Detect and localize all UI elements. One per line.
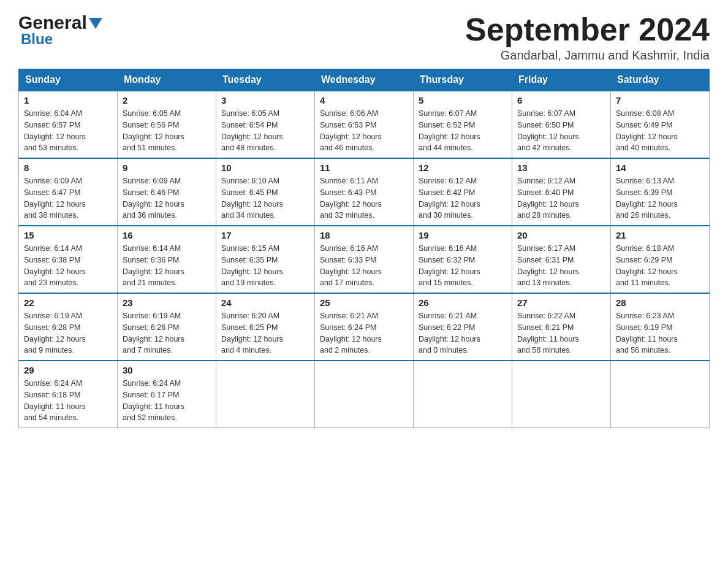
- day-number: 25: [320, 297, 408, 308]
- calendar-day-cell: 22Sunrise: 6:19 AMSunset: 6:28 PMDayligh…: [19, 293, 118, 361]
- day-number: 28: [616, 297, 704, 308]
- day-info: Sunrise: 6:21 AMSunset: 6:24 PMDaylight:…: [320, 310, 408, 356]
- day-number: 19: [419, 230, 507, 240]
- day-number: 20: [517, 230, 605, 240]
- day-info: Sunrise: 6:19 AMSunset: 6:28 PMDaylight:…: [24, 310, 112, 356]
- day-info: Sunrise: 6:09 AMSunset: 6:47 PMDaylight:…: [24, 175, 112, 221]
- calendar-day-cell: 2Sunrise: 6:05 AMSunset: 6:56 PMDaylight…: [118, 91, 216, 158]
- day-info: Sunrise: 6:16 AMSunset: 6:33 PMDaylight:…: [320, 243, 408, 289]
- month-title: September 2024: [465, 12, 710, 47]
- calendar-week-2: 8Sunrise: 6:09 AMSunset: 6:47 PMDaylight…: [19, 158, 710, 226]
- svg-marker-0: [89, 18, 102, 29]
- day-info: Sunrise: 6:24 AMSunset: 6:17 PMDaylight:…: [123, 378, 211, 424]
- calendar-day-cell: 26Sunrise: 6:21 AMSunset: 6:22 PMDayligh…: [414, 293, 512, 361]
- day-number: 18: [320, 230, 408, 240]
- weekday-header-saturday: Saturday: [611, 69, 710, 91]
- calendar-day-cell: 8Sunrise: 6:09 AMSunset: 6:47 PMDaylight…: [19, 158, 118, 226]
- day-number: 3: [221, 95, 309, 105]
- day-number: 23: [123, 297, 211, 308]
- title-section: September 2024 Gandarbal, Jammu and Kash…: [465, 12, 710, 63]
- day-info: Sunrise: 6:14 AMSunset: 6:38 PMDaylight:…: [24, 243, 112, 289]
- day-number: 17: [221, 230, 309, 240]
- calendar-day-cell: 25Sunrise: 6:21 AMSunset: 6:24 PMDayligh…: [315, 293, 414, 361]
- calendar-day-cell: 9Sunrise: 6:09 AMSunset: 6:46 PMDaylight…: [118, 158, 216, 226]
- calendar-day-cell: [611, 361, 710, 428]
- weekday-header-sunday: Sunday: [19, 69, 118, 91]
- day-info: Sunrise: 6:24 AMSunset: 6:18 PMDaylight:…: [24, 378, 112, 424]
- calendar-week-1: 1Sunrise: 6:04 AMSunset: 6:57 PMDaylight…: [19, 91, 710, 158]
- calendar-day-cell: [414, 361, 512, 428]
- calendar-day-cell: 20Sunrise: 6:17 AMSunset: 6:31 PMDayligh…: [512, 226, 611, 293]
- calendar-day-cell: 24Sunrise: 6:20 AMSunset: 6:25 PMDayligh…: [216, 293, 315, 361]
- day-info: Sunrise: 6:22 AMSunset: 6:21 PMDaylight:…: [517, 310, 605, 356]
- weekday-header-monday: Monday: [118, 69, 216, 91]
- calendar-day-cell: 4Sunrise: 6:06 AMSunset: 6:53 PMDaylight…: [315, 91, 414, 158]
- calendar-day-cell: 23Sunrise: 6:19 AMSunset: 6:26 PMDayligh…: [118, 293, 216, 361]
- day-number: 5: [419, 95, 507, 105]
- day-info: Sunrise: 6:09 AMSunset: 6:46 PMDaylight:…: [123, 175, 211, 221]
- logo-blue-text: Blue: [18, 31, 53, 48]
- day-info: Sunrise: 6:23 AMSunset: 6:19 PMDaylight:…: [616, 310, 704, 356]
- day-number: 16: [123, 230, 211, 240]
- day-number: 29: [24, 365, 112, 375]
- day-number: 15: [24, 230, 112, 240]
- weekday-header-row: SundayMondayTuesdayWednesdayThursdayFrid…: [19, 69, 710, 91]
- weekday-header-wednesday: Wednesday: [315, 69, 414, 91]
- calendar-day-cell: 30Sunrise: 6:24 AMSunset: 6:17 PMDayligh…: [118, 361, 216, 428]
- calendar-day-cell: 19Sunrise: 6:16 AMSunset: 6:32 PMDayligh…: [414, 226, 512, 293]
- calendar-week-5: 29Sunrise: 6:24 AMSunset: 6:18 PMDayligh…: [19, 361, 710, 428]
- weekday-header-thursday: Thursday: [414, 69, 512, 91]
- calendar-day-cell: 7Sunrise: 6:08 AMSunset: 6:49 PMDaylight…: [611, 91, 710, 158]
- calendar-day-cell: 5Sunrise: 6:07 AMSunset: 6:52 PMDaylight…: [414, 91, 512, 158]
- day-number: 9: [123, 163, 211, 173]
- day-info: Sunrise: 6:20 AMSunset: 6:25 PMDaylight:…: [221, 310, 309, 356]
- logo-arrow-icon: [89, 18, 102, 30]
- calendar-week-4: 22Sunrise: 6:19 AMSunset: 6:28 PMDayligh…: [19, 293, 710, 361]
- day-info: Sunrise: 6:21 AMSunset: 6:22 PMDaylight:…: [419, 310, 507, 356]
- calendar-day-cell: 29Sunrise: 6:24 AMSunset: 6:18 PMDayligh…: [19, 361, 118, 428]
- day-number: 2: [123, 95, 211, 105]
- calendar-day-cell: 11Sunrise: 6:11 AMSunset: 6:43 PMDayligh…: [315, 158, 414, 226]
- day-info: Sunrise: 6:11 AMSunset: 6:43 PMDaylight:…: [320, 175, 408, 221]
- day-number: 14: [616, 163, 704, 173]
- calendar-day-cell: 1Sunrise: 6:04 AMSunset: 6:57 PMDaylight…: [19, 91, 118, 158]
- logo: General Blue: [18, 12, 102, 48]
- day-number: 4: [320, 95, 408, 105]
- calendar-day-cell: [216, 361, 315, 428]
- calendar-day-cell: 6Sunrise: 6:07 AMSunset: 6:50 PMDaylight…: [512, 91, 611, 158]
- calendar-day-cell: 14Sunrise: 6:13 AMSunset: 6:39 PMDayligh…: [611, 158, 710, 226]
- day-info: Sunrise: 6:04 AMSunset: 6:57 PMDaylight:…: [24, 108, 112, 154]
- day-info: Sunrise: 6:05 AMSunset: 6:56 PMDaylight:…: [123, 108, 211, 154]
- day-number: 1: [24, 95, 112, 105]
- calendar-day-cell: 3Sunrise: 6:05 AMSunset: 6:54 PMDaylight…: [216, 91, 315, 158]
- calendar-day-cell: 28Sunrise: 6:23 AMSunset: 6:19 PMDayligh…: [611, 293, 710, 361]
- day-info: Sunrise: 6:18 AMSunset: 6:29 PMDaylight:…: [616, 243, 704, 289]
- weekday-header-friday: Friday: [512, 69, 611, 91]
- day-info: Sunrise: 6:15 AMSunset: 6:35 PMDaylight:…: [221, 243, 309, 289]
- day-info: Sunrise: 6:19 AMSunset: 6:26 PMDaylight:…: [123, 310, 211, 356]
- day-info: Sunrise: 6:05 AMSunset: 6:54 PMDaylight:…: [221, 108, 309, 154]
- day-number: 30: [123, 365, 211, 375]
- calendar-day-cell: 27Sunrise: 6:22 AMSunset: 6:21 PMDayligh…: [512, 293, 611, 361]
- day-number: 8: [24, 163, 112, 173]
- calendar-day-cell: 17Sunrise: 6:15 AMSunset: 6:35 PMDayligh…: [216, 226, 315, 293]
- calendar-day-cell: 21Sunrise: 6:18 AMSunset: 6:29 PMDayligh…: [611, 226, 710, 293]
- day-info: Sunrise: 6:08 AMSunset: 6:49 PMDaylight:…: [616, 108, 704, 154]
- day-info: Sunrise: 6:14 AMSunset: 6:36 PMDaylight:…: [123, 243, 211, 289]
- day-number: 10: [221, 163, 309, 173]
- day-info: Sunrise: 6:07 AMSunset: 6:52 PMDaylight:…: [419, 108, 507, 154]
- day-info: Sunrise: 6:10 AMSunset: 6:45 PMDaylight:…: [221, 175, 309, 221]
- day-number: 12: [419, 163, 507, 173]
- day-info: Sunrise: 6:12 AMSunset: 6:40 PMDaylight:…: [517, 175, 605, 221]
- calendar-day-cell: [315, 361, 414, 428]
- calendar-day-cell: 15Sunrise: 6:14 AMSunset: 6:38 PMDayligh…: [19, 226, 118, 293]
- day-info: Sunrise: 6:12 AMSunset: 6:42 PMDaylight:…: [419, 175, 507, 221]
- day-info: Sunrise: 6:16 AMSunset: 6:32 PMDaylight:…: [419, 243, 507, 289]
- location-subtitle: Gandarbal, Jammu and Kashmir, India: [465, 48, 710, 63]
- calendar-week-3: 15Sunrise: 6:14 AMSunset: 6:38 PMDayligh…: [19, 226, 710, 293]
- day-number: 13: [517, 163, 605, 173]
- day-number: 27: [517, 297, 605, 308]
- day-number: 24: [221, 297, 309, 308]
- day-number: 11: [320, 163, 408, 173]
- weekday-header-tuesday: Tuesday: [216, 69, 315, 91]
